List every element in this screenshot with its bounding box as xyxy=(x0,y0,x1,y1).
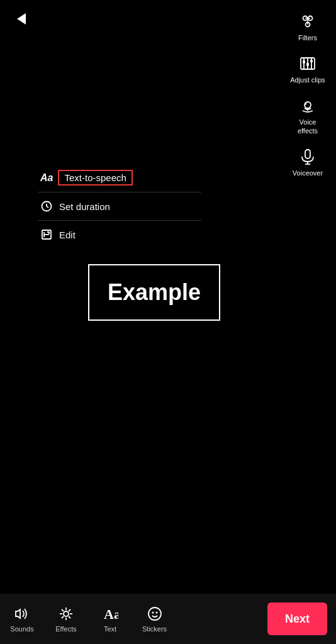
svg-rect-9 xyxy=(303,60,305,64)
adjust-clips-button[interactable]: Adjust clips xyxy=(286,48,330,88)
text-to-speech-menu-item[interactable]: Aa Text-to-speech xyxy=(38,164,201,192)
stickers-label: Stickers xyxy=(142,625,167,633)
voiceover-label: Voiceover xyxy=(293,169,323,177)
example-text: Example xyxy=(108,279,201,306)
text-icon: Aa xyxy=(40,172,53,184)
sounds-label: Sounds xyxy=(10,625,33,633)
clock-icon xyxy=(40,200,53,213)
stickers-icon xyxy=(146,605,164,623)
context-menu: Aa Text-to-speech Set duration Edit xyxy=(38,164,201,248)
svg-point-27 xyxy=(155,612,157,614)
voice-effects-icon xyxy=(296,94,319,117)
tab-effects[interactable]: Effects xyxy=(44,600,88,638)
bottom-bar: Sounds Effects xyxy=(0,594,336,644)
back-icon xyxy=(17,13,26,25)
adjust-clips-label: Adjust clips xyxy=(290,76,325,84)
tab-text[interactable]: Aa Text xyxy=(88,600,132,638)
edit-icon xyxy=(40,228,53,241)
svg-line-19 xyxy=(47,206,48,208)
tab-stickers[interactable]: Stickers xyxy=(132,600,177,638)
next-button[interactable]: Next xyxy=(267,602,327,635)
filters-button[interactable]: Filters xyxy=(286,6,330,46)
text-label: Text xyxy=(104,625,116,633)
svg-point-13 xyxy=(305,103,307,105)
svg-rect-14 xyxy=(305,150,310,158)
edit-menu-item[interactable]: Edit xyxy=(38,221,201,248)
svg-point-12 xyxy=(305,102,311,108)
filters-label: Filters xyxy=(298,34,317,42)
voice-effects-label: Voice effects xyxy=(288,118,327,135)
text-tab-icon: Aa xyxy=(101,605,119,623)
voice-effects-button[interactable]: Voice effects xyxy=(286,91,330,138)
right-toolbar: Filters Adjust clips xyxy=(286,6,330,181)
svg-rect-11 xyxy=(310,60,313,62)
voiceover-button[interactable]: Voiceover xyxy=(286,142,330,181)
set-duration-menu-item[interactable]: Set duration xyxy=(38,192,201,221)
example-text-box[interactable]: Example xyxy=(88,264,220,321)
svg-text:Aa: Aa xyxy=(104,606,118,622)
edit-label: Edit xyxy=(59,230,76,240)
effects-icon xyxy=(57,605,75,623)
svg-point-25 xyxy=(148,608,161,620)
voiceover-icon xyxy=(296,145,319,168)
svg-rect-10 xyxy=(306,63,309,66)
svg-point-26 xyxy=(152,612,154,614)
back-button[interactable] xyxy=(10,8,33,30)
adjust-clips-icon xyxy=(296,52,319,75)
tab-sounds[interactable]: Sounds xyxy=(0,600,44,638)
text-to-speech-label: Text-to-speech xyxy=(58,170,132,186)
svg-point-23 xyxy=(64,611,69,616)
bottom-tabs: Sounds Effects xyxy=(0,600,267,638)
filters-icon xyxy=(296,10,319,33)
effects-label: Effects xyxy=(55,625,76,633)
sounds-icon xyxy=(13,605,31,623)
set-duration-label: Set duration xyxy=(59,201,110,212)
